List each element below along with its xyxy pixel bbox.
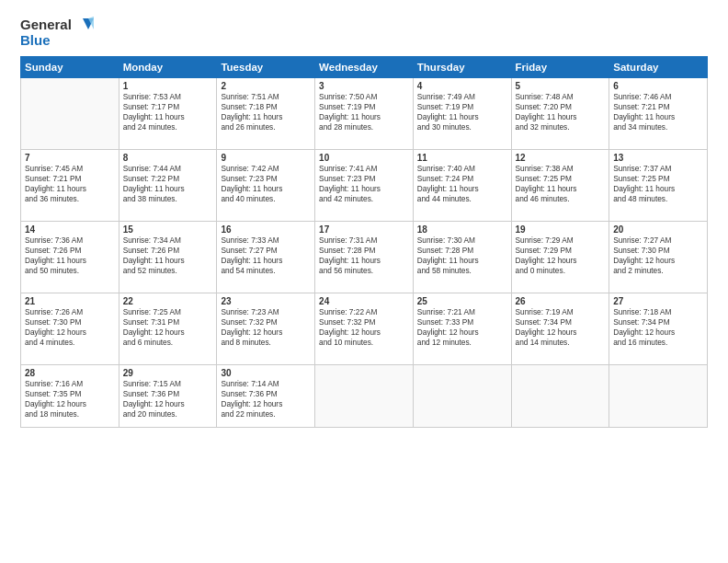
day-info: Sunrise: 7:36 AM Sunset: 7:26 PM Dayligh…	[25, 236, 115, 277]
weekday-header: Saturday	[609, 56, 708, 77]
calendar-cell: 2Sunrise: 7:51 AM Sunset: 7:18 PM Daylig…	[217, 77, 315, 149]
day-info: Sunrise: 7:33 AM Sunset: 7:27 PM Dayligh…	[221, 236, 311, 277]
calendar-cell: 30Sunrise: 7:14 AM Sunset: 7:36 PM Dayli…	[217, 364, 315, 427]
calendar-cell: 1Sunrise: 7:53 AM Sunset: 7:17 PM Daylig…	[119, 77, 217, 149]
day-number: 27	[613, 296, 703, 306]
day-number: 8	[123, 153, 213, 163]
weekday-header: Monday	[119, 56, 217, 77]
calendar-cell: 8Sunrise: 7:44 AM Sunset: 7:22 PM Daylig…	[119, 149, 217, 221]
day-info: Sunrise: 7:34 AM Sunset: 7:26 PM Dayligh…	[123, 236, 213, 277]
day-number: 30	[221, 368, 311, 378]
day-info: Sunrise: 7:16 AM Sunset: 7:35 PM Dayligh…	[25, 379, 115, 420]
calendar: SundayMondayTuesdayWednesdayThursdayFrid…	[20, 56, 708, 428]
calendar-cell: 28Sunrise: 7:16 AM Sunset: 7:35 PM Dayli…	[21, 364, 119, 427]
weekday-header-row: SundayMondayTuesdayWednesdayThursdayFrid…	[21, 56, 708, 77]
day-number: 11	[417, 153, 507, 163]
calendar-cell: 16Sunrise: 7:33 AM Sunset: 7:27 PM Dayli…	[217, 221, 315, 293]
day-info: Sunrise: 7:37 AM Sunset: 7:25 PM Dayligh…	[613, 164, 703, 205]
calendar-cell: 23Sunrise: 7:23 AM Sunset: 7:32 PM Dayli…	[217, 293, 315, 364]
calendar-cell	[315, 364, 414, 427]
calendar-cell: 20Sunrise: 7:27 AM Sunset: 7:30 PM Dayli…	[609, 221, 708, 293]
day-number: 7	[25, 153, 115, 163]
day-number: 25	[417, 296, 507, 306]
day-number: 10	[319, 153, 409, 163]
calendar-cell: 11Sunrise: 7:40 AM Sunset: 7:24 PM Dayli…	[413, 149, 511, 221]
day-info: Sunrise: 7:51 AM Sunset: 7:18 PM Dayligh…	[221, 92, 311, 133]
day-info: Sunrise: 7:50 AM Sunset: 7:19 PM Dayligh…	[319, 92, 409, 133]
calendar-cell: 27Sunrise: 7:18 AM Sunset: 7:34 PM Dayli…	[609, 293, 708, 364]
calendar-cell: 12Sunrise: 7:38 AM Sunset: 7:25 PM Dayli…	[511, 149, 609, 221]
calendar-cell: 18Sunrise: 7:30 AM Sunset: 7:28 PM Dayli…	[413, 221, 511, 293]
day-info: Sunrise: 7:15 AM Sunset: 7:36 PM Dayligh…	[123, 379, 213, 420]
day-number: 6	[613, 81, 703, 91]
day-info: Sunrise: 7:53 AM Sunset: 7:17 PM Dayligh…	[123, 92, 213, 133]
calendar-cell: 29Sunrise: 7:15 AM Sunset: 7:36 PM Dayli…	[119, 364, 217, 427]
day-info: Sunrise: 7:27 AM Sunset: 7:30 PM Dayligh…	[613, 236, 703, 277]
day-number: 19	[516, 224, 606, 235]
day-number: 2	[221, 81, 311, 91]
day-info: Sunrise: 7:45 AM Sunset: 7:21 PM Dayligh…	[25, 164, 115, 205]
day-number: 1	[123, 81, 213, 91]
day-number: 26	[516, 296, 606, 306]
day-number: 24	[319, 296, 409, 306]
day-number: 9	[221, 153, 311, 163]
calendar-cell: 14Sunrise: 7:36 AM Sunset: 7:26 PM Dayli…	[21, 221, 119, 293]
day-number: 18	[417, 224, 507, 235]
calendar-cell: 9Sunrise: 7:42 AM Sunset: 7:23 PM Daylig…	[217, 149, 315, 221]
weekday-header: Thursday	[413, 56, 511, 77]
header: General Blue	[20, 17, 708, 49]
calendar-cell: 13Sunrise: 7:37 AM Sunset: 7:25 PM Dayli…	[609, 149, 708, 221]
day-number: 29	[123, 368, 213, 378]
calendar-cell: 6Sunrise: 7:46 AM Sunset: 7:21 PM Daylig…	[609, 77, 708, 149]
day-number: 23	[221, 296, 311, 306]
day-info: Sunrise: 7:14 AM Sunset: 7:36 PM Dayligh…	[221, 379, 311, 420]
calendar-cell: 15Sunrise: 7:34 AM Sunset: 7:26 PM Dayli…	[119, 221, 217, 293]
day-info: Sunrise: 7:18 AM Sunset: 7:34 PM Dayligh…	[613, 307, 703, 349]
day-info: Sunrise: 7:40 AM Sunset: 7:24 PM Dayligh…	[417, 164, 507, 205]
calendar-cell: 21Sunrise: 7:26 AM Sunset: 7:30 PM Dayli…	[21, 293, 119, 364]
calendar-cell: 24Sunrise: 7:22 AM Sunset: 7:32 PM Dayli…	[315, 293, 414, 364]
calendar-cell: 17Sunrise: 7:31 AM Sunset: 7:28 PM Dayli…	[315, 221, 414, 293]
logo: General Blue	[20, 17, 94, 49]
calendar-cell: 22Sunrise: 7:25 AM Sunset: 7:31 PM Dayli…	[119, 293, 217, 364]
calendar-week-row: 21Sunrise: 7:26 AM Sunset: 7:30 PM Dayli…	[21, 293, 708, 364]
weekday-header: Sunday	[21, 56, 119, 77]
weekday-header: Tuesday	[217, 56, 315, 77]
day-number: 12	[516, 153, 606, 163]
day-info: Sunrise: 7:44 AM Sunset: 7:22 PM Dayligh…	[123, 164, 213, 205]
calendar-cell: 19Sunrise: 7:29 AM Sunset: 7:29 PM Dayli…	[511, 221, 609, 293]
day-info: Sunrise: 7:42 AM Sunset: 7:23 PM Dayligh…	[221, 164, 311, 205]
day-number: 20	[613, 224, 703, 235]
day-info: Sunrise: 7:19 AM Sunset: 7:34 PM Dayligh…	[516, 307, 606, 349]
day-number: 15	[123, 224, 213, 235]
day-info: Sunrise: 7:48 AM Sunset: 7:20 PM Dayligh…	[516, 92, 606, 133]
day-info: Sunrise: 7:38 AM Sunset: 7:25 PM Dayligh…	[516, 164, 606, 205]
logo-bird-icon	[74, 17, 94, 33]
calendar-cell	[413, 364, 511, 427]
calendar-cell: 5Sunrise: 7:48 AM Sunset: 7:20 PM Daylig…	[511, 77, 609, 149]
day-info: Sunrise: 7:23 AM Sunset: 7:32 PM Dayligh…	[221, 307, 311, 349]
day-info: Sunrise: 7:25 AM Sunset: 7:31 PM Dayligh…	[123, 307, 213, 349]
day-info: Sunrise: 7:31 AM Sunset: 7:28 PM Dayligh…	[319, 236, 409, 277]
calendar-week-row: 28Sunrise: 7:16 AM Sunset: 7:35 PM Dayli…	[21, 364, 708, 427]
calendar-cell	[511, 364, 609, 427]
calendar-cell: 26Sunrise: 7:19 AM Sunset: 7:34 PM Dayli…	[511, 293, 609, 364]
weekday-header: Friday	[511, 56, 609, 77]
day-info: Sunrise: 7:22 AM Sunset: 7:32 PM Dayligh…	[319, 307, 409, 349]
calendar-cell: 10Sunrise: 7:41 AM Sunset: 7:23 PM Dayli…	[315, 149, 414, 221]
day-info: Sunrise: 7:41 AM Sunset: 7:23 PM Dayligh…	[319, 164, 409, 205]
day-number: 22	[123, 296, 213, 306]
logo-blue: Blue	[20, 33, 51, 49]
day-info: Sunrise: 7:49 AM Sunset: 7:19 PM Dayligh…	[417, 92, 507, 133]
day-number: 28	[25, 368, 115, 378]
day-number: 5	[516, 81, 606, 91]
calendar-cell	[21, 77, 119, 149]
day-number: 14	[25, 224, 115, 235]
day-number: 4	[417, 81, 507, 91]
logo-general: General	[20, 17, 72, 33]
weekday-header: Wednesday	[315, 56, 414, 77]
calendar-cell: 3Sunrise: 7:50 AM Sunset: 7:19 PM Daylig…	[315, 77, 414, 149]
day-info: Sunrise: 7:26 AM Sunset: 7:30 PM Dayligh…	[25, 307, 115, 349]
day-info: Sunrise: 7:29 AM Sunset: 7:29 PM Dayligh…	[516, 236, 606, 277]
calendar-cell: 4Sunrise: 7:49 AM Sunset: 7:19 PM Daylig…	[413, 77, 511, 149]
